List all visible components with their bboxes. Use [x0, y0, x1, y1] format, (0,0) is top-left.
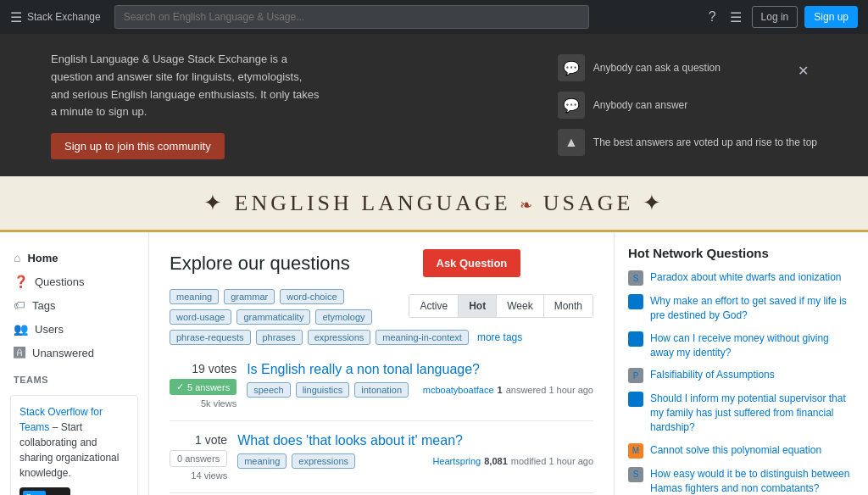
q2-answers-badge: 0 answers: [170, 450, 227, 467]
q2-tag-expressions[interactable]: expressions: [292, 453, 355, 469]
hot-q-6-icon: M: [628, 443, 643, 459]
hot-q-5-text: Should I inform my potential supervisor …: [650, 392, 854, 434]
help-button[interactable]: ?: [705, 6, 720, 28]
main-content: Explore our questions Ask Question Activ…: [149, 232, 614, 495]
hot-q-7-icon: S: [628, 467, 643, 482]
tags-icon: 🏷: [14, 298, 25, 312]
question-1-meta: mcboatyboatface 1 answered 1 hour ago: [423, 385, 593, 395]
hot-q-4-icon: P: [628, 368, 643, 383]
sidebar-tags-label: Tags: [32, 299, 55, 312]
question-1-title[interactable]: Is English really a non tonal language?: [247, 362, 593, 377]
chat-answer-icon: 💬: [558, 92, 585, 119]
question-item-1: 19 votes ✓ 5 answers 5k views Is English…: [170, 350, 593, 421]
banner-close-button[interactable]: ✕: [798, 63, 809, 79]
site-ornament-amp: ❧: [520, 197, 543, 214]
tag-meaning-in-context[interactable]: meaning-in-context: [376, 330, 469, 345]
q1-check-icon: ✓: [176, 381, 184, 392]
q1-tag-speech[interactable]: speech: [247, 382, 290, 398]
filter-tab-month[interactable]: Month: [544, 295, 593, 317]
q1-tag-intonation[interactable]: intonation: [354, 382, 409, 398]
hot-q-1[interactable]: S Paradox about white dwarfs and ionizat…: [628, 270, 854, 286]
q2-answers: 0 answers: [177, 453, 220, 464]
filter-tab-hot[interactable]: Hot: [459, 295, 497, 317]
nav-actions: ? ☰ Log in Sign up: [705, 6, 858, 29]
sidebar-item-tags[interactable]: 🏷 Tags: [0, 293, 148, 317]
q2-tag-meaning[interactable]: meaning: [237, 453, 287, 469]
home-icon: ⌂: [14, 251, 20, 264]
hot-q-6-text: Cannot solve this polynomial equation: [650, 443, 821, 458]
main-layout: ⌂ Home ❓ Questions 🏷 Tags 👥 Users 🅰 Unan…: [0, 232, 868, 495]
question-item-2: 1 vote 0 answers 14 views What does 'tha…: [170, 421, 593, 493]
hot-q-2-icon: C: [628, 294, 643, 309]
feature-vote-text: The best answers are voted up and rise t…: [593, 136, 817, 148]
tag-meaning[interactable]: meaning: [170, 289, 219, 304]
hot-q-5[interactable]: C Should I inform my potential superviso…: [628, 392, 854, 434]
question-2-tags-meta: meaning expressions Heartspring 8,081 mo…: [237, 453, 593, 469]
hot-q-2-text: Why make an effort to get saved if my li…: [650, 294, 854, 323]
tags-row-2: phrase-requests phrases expressions mean…: [170, 330, 593, 345]
filter-tabs: Active Hot Week Month: [409, 294, 593, 318]
unanswered-icon: 🅰: [14, 346, 25, 359]
site-header: ✦ ENGLISH LANGUAGE ❧ USAGE ✦: [0, 176, 868, 232]
tag-word-usage[interactable]: word-usage: [170, 309, 231, 325]
top-navigation: ☰ Stack Exchange ? ☰ Log in Sign up: [0, 0, 868, 34]
hero-text: English Language & Usage Stack Exchange …: [51, 51, 322, 159]
feature-ask-text: Anybody can ask a question: [593, 62, 721, 74]
hot-q-7[interactable]: S How easy would it be to distinguish be…: [628, 467, 854, 495]
site-title-part1: ENGLISH LANGUAGE: [235, 191, 511, 215]
sidebar-item-unanswered[interactable]: 🅰 Unanswered: [0, 341, 148, 364]
question-2-stats: 1 vote 0 answers 14 views: [170, 433, 227, 481]
tag-etymology[interactable]: etymology: [315, 309, 371, 325]
hot-q-7-text: How easy would it be to distinguish betw…: [650, 467, 854, 495]
q1-action: answered 1 hour ago: [506, 385, 593, 395]
ask-question-button[interactable]: Ask Question: [423, 249, 521, 277]
more-tags-link[interactable]: more tags: [474, 330, 526, 345]
tag-phrases[interactable]: phrases: [256, 330, 303, 345]
hot-q-3-icon: C: [628, 331, 643, 347]
hot-q-1-icon: S: [628, 270, 643, 286]
sidebar-item-users[interactable]: 👥 Users: [0, 317, 148, 341]
tags-row-1: meaning grammar word-choice word-usage g…: [170, 289, 409, 325]
site-title-part2: USAGE: [543, 191, 634, 215]
hot-q-4[interactable]: P Falsifiability of Assumptions: [628, 368, 854, 383]
sidebar-item-home[interactable]: ⌂ Home: [0, 246, 148, 270]
site-logo[interactable]: ☰ Stack Exchange: [10, 9, 101, 25]
login-button[interactable]: Log in: [752, 6, 798, 28]
hot-q-6[interactable]: M Cannot solve this polynomial equation: [628, 443, 854, 459]
q1-votes: 19 votes: [192, 362, 236, 375]
site-title: ✦ ENGLISH LANGUAGE ❧ USAGE ✦: [14, 190, 854, 216]
tag-word-choice[interactable]: word-choice: [280, 289, 343, 304]
filter-tab-active[interactable]: Active: [409, 295, 459, 317]
filter-tab-week[interactable]: Week: [497, 295, 543, 317]
explore-title: Explore our questions: [170, 253, 350, 275]
question-1-stats: 19 votes ✓ 5 answers 5k views: [170, 362, 236, 409]
q1-user[interactable]: mcboatyboatface: [423, 385, 494, 395]
tag-phrase-requests[interactable]: phrase-requests: [170, 330, 251, 345]
signup-community-button[interactable]: Sign up to join this community: [51, 133, 225, 159]
feature-answer: 💬 Anybody can answer: [558, 92, 817, 119]
hot-q-3[interactable]: C How can I receive money without giving…: [628, 331, 854, 360]
vote-icon: ▲: [558, 129, 585, 156]
inbox-icon[interactable]: ☰: [726, 6, 745, 29]
q2-votes: 1 vote: [195, 433, 227, 447]
sidebar-item-questions[interactable]: ❓ Questions: [0, 270, 148, 293]
q2-action: modified 1 hour ago: [511, 456, 593, 466]
tag-grammaticality[interactable]: grammaticality: [236, 309, 310, 325]
users-icon: 👥: [14, 322, 28, 336]
q2-user[interactable]: Heartspring: [432, 456, 481, 466]
question-2-title[interactable]: What does 'that looks about it' mean?: [237, 433, 593, 448]
tag-grammar[interactable]: grammar: [224, 289, 275, 304]
q1-tag-linguistics[interactable]: linguistics: [296, 382, 350, 398]
sidebar-users-label: Users: [35, 323, 64, 336]
hot-q-2[interactable]: C Why make an effort to get saved if my …: [628, 294, 854, 323]
search-input[interactable]: [114, 5, 589, 29]
q1-answers: 5 answers: [187, 382, 230, 392]
teams-box: Stack Overflow for Teams – Start collabo…: [10, 395, 138, 495]
signup-button[interactable]: Sign up: [804, 6, 858, 28]
q2-views: 14 views: [191, 470, 227, 481]
feature-ask: 💬 Anybody can ask a question: [558, 54, 817, 81]
q2-rep: 8,081: [484, 456, 508, 466]
feature-vote: ▲ The best answers are voted up and rise…: [558, 129, 817, 156]
feature-answer-text: Anybody can answer: [593, 99, 687, 111]
tag-expressions[interactable]: expressions: [308, 330, 371, 345]
